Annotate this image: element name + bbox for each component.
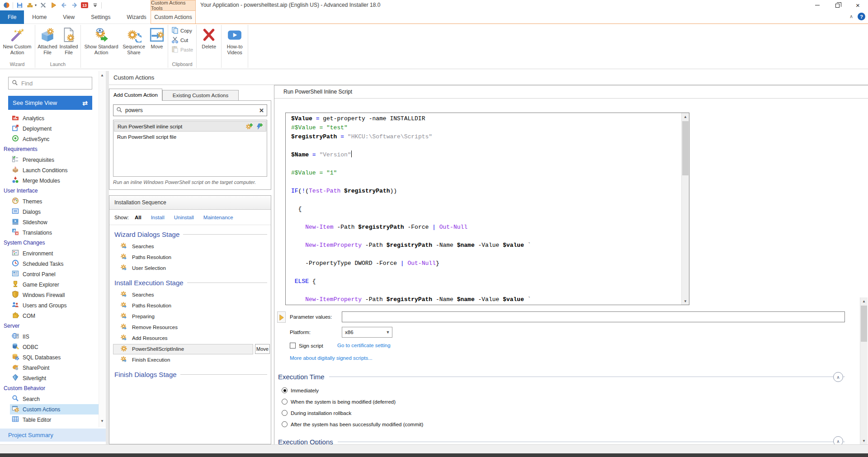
radio-icon[interactable] [282, 387, 288, 393]
radio-during[interactable]: During installation rollback [282, 407, 351, 419]
sidebar-item-game-explorer[interactable]: Game Explorer [10, 279, 99, 290]
radio-when[interactable]: When the system is being modified (defer… [282, 396, 396, 407]
clear-search-icon[interactable]: ✕ [259, 107, 264, 114]
signed-scripts-link[interactable]: More about digitally signed scripts... [290, 355, 373, 361]
sidebar-item-custom-actions[interactable]: Custom Actions [10, 404, 99, 415]
radio-icon[interactable] [282, 399, 288, 405]
sequence-share-button[interactable]: SequenceShare [120, 25, 147, 60]
editor-scrollbar[interactable]: ▲ ▼ [681, 113, 689, 305]
restore-button[interactable] [827, 0, 848, 10]
dropdown-caret-icon[interactable]: ▾ [35, 3, 37, 7]
bolt-add-icon[interactable] [255, 123, 263, 130]
powershell-code-editor[interactable]: $Value = get-property -name INSTALLDIR#$… [285, 113, 689, 305]
tab-home[interactable]: Home [24, 10, 55, 24]
see-simple-view-button[interactable]: See Simple View ⇄ [8, 96, 92, 110]
filter-install[interactable]: Install [151, 215, 165, 220]
certificate-setting-link[interactable]: Go to certificate setting [337, 343, 391, 348]
sequence-item-finish-execution[interactable]: Finish Execution [120, 354, 271, 365]
sidebar-item-translations[interactable]: AЖTranslations [10, 227, 99, 238]
sequence-item-preparing[interactable]: Preparing [120, 311, 271, 322]
minimize-button[interactable] [807, 0, 827, 10]
sidebar-item-launch-conditions[interactable]: ?Launch Conditions [10, 165, 99, 175]
collapse-section-icon[interactable]: ∧ [833, 436, 843, 444]
sidebar-item-environment[interactable]: Environment [10, 248, 99, 259]
forward-icon[interactable] [70, 1, 78, 9]
how-to-videos-button[interactable]: How-toVideos [223, 25, 246, 60]
sidebar-item-dialogs[interactable]: Dialogs [10, 207, 99, 217]
delete-button[interactable]: Delete [198, 25, 220, 60]
build-tools-icon[interactable] [39, 1, 47, 9]
filter-maintenance[interactable]: Maintenance [203, 215, 233, 220]
sidebar-item-iis[interactable]: IIS [10, 331, 99, 342]
run-icon[interactable] [49, 1, 57, 9]
sequence-item-searches[interactable]: Searches [120, 241, 271, 252]
scroll-up-icon[interactable]: ▲ [100, 73, 104, 77]
radio-after[interactable]: After the system has been successfully m… [282, 419, 423, 430]
scroll-down-icon[interactable]: ▼ [682, 297, 689, 305]
sidebar-item-sharepoint[interactable]: SharePoint [10, 363, 99, 373]
panel-splitter[interactable] [106, 71, 109, 444]
cut-button[interactable]: Cut [171, 36, 193, 44]
close-button[interactable]: × [848, 0, 868, 10]
scrollbar-thumb[interactable] [861, 306, 867, 342]
help-icon[interactable]: ? [858, 13, 865, 20]
sequence-item-paths-resolution[interactable]: Paths Resolution [120, 252, 271, 263]
sidebar-item-table-editor[interactable]: Table Editor [10, 415, 99, 425]
sidebar-item-merge-modules[interactable]: Merge Modules [10, 175, 99, 186]
move-button[interactable]: Move [147, 25, 166, 60]
platform-select[interactable]: x86 ▼ [342, 327, 392, 338]
sidebar-item-silverlight[interactable]: Silverlight [10, 373, 99, 383]
sidebar-item-control-panel[interactable]: Control Panel [10, 269, 99, 279]
sequence-item-remove-resources[interactable]: Remove Resources [120, 322, 271, 333]
scroll-up-icon[interactable]: ▲ [860, 297, 868, 305]
attached-file-button[interactable]: AttachedFile [37, 25, 58, 60]
radio-icon[interactable] [282, 410, 288, 416]
parameter-values-input[interactable] [342, 311, 845, 322]
sidebar-scrollbar[interactable]: ▲ ▼ [99, 71, 106, 427]
tab-existing-custom-actions[interactable]: Existing Custom Actions [162, 90, 239, 101]
collapse-section-icon[interactable]: ∧ [833, 372, 843, 382]
show-standard-action-button[interactable]: Show StandardAction [82, 25, 120, 60]
sidebar-item-odbc[interactable]: ODBC [10, 342, 99, 352]
sidebar-item-sql-databases[interactable]: SQL Databases [10, 352, 99, 363]
scrollbar-thumb[interactable] [682, 121, 689, 175]
radio-immediately[interactable]: Immediately [282, 385, 319, 396]
sidebar-item-analytics[interactable]: Analytics [10, 113, 99, 123]
notifications-icon[interactable]: 13 [80, 1, 89, 9]
installed-file-button[interactable]: InstalledFile [58, 25, 79, 60]
sidebar-item-activesync[interactable]: ActiveSync [10, 134, 99, 144]
save-icon[interactable] [15, 1, 24, 9]
back-icon[interactable] [60, 1, 68, 9]
tab-wizards[interactable]: Wizards [119, 10, 155, 24]
sequence-item-add-resources[interactable]: Add Resources [120, 333, 271, 344]
new-custom-action-button[interactable]: ★★★New CustomAction [1, 25, 33, 60]
sidebar-item-themes[interactable]: Themes [10, 196, 99, 207]
ribbon-collapse-icon[interactable]: ∧ [849, 14, 853, 19]
panel-scrollbar[interactable]: ▲ ▼ [860, 297, 868, 444]
tab-custom-actions[interactable]: Custom Actions [151, 10, 196, 24]
custom-action-search-input[interactable]: powers ✕ [113, 104, 267, 116]
scroll-down-icon[interactable]: ▼ [860, 437, 868, 444]
sidebar-item-users-and-groups[interactable]: Users and Groups [10, 300, 99, 311]
sidebar-item-prerequisites[interactable]: Prerequisites [10, 155, 99, 165]
copy-button[interactable]: Copy [171, 27, 193, 35]
radio-icon[interactable] [282, 421, 288, 427]
tab-add-custom-action[interactable]: Add Custom Action [109, 89, 162, 101]
run-parameters-icon[interactable] [277, 311, 286, 323]
sequence-item-powershellscriptinline[interactable]: PowerShellScriptInlineMove [113, 344, 270, 354]
sidebar-item-project-summary[interactable]: Project Summary [0, 429, 106, 442]
sequence-item-searches[interactable]: Searches [120, 289, 271, 300]
filter-all[interactable]: All [135, 215, 142, 220]
sidebar-item-slideshow[interactable]: Slideshow [10, 217, 99, 227]
sidebar-item-scheduled-tasks[interactable]: Scheduled Tasks [10, 259, 99, 269]
move-button[interactable]: Move [255, 344, 270, 354]
tab-view[interactable]: View [55, 10, 83, 24]
app-logo-icon[interactable] [2, 1, 10, 9]
qat-customize-icon[interactable] [91, 1, 99, 9]
sequence-item-user-selection[interactable]: User Selection [120, 263, 271, 273]
result-run-powershell-script-file[interactable]: Run PowerShell script file [114, 132, 266, 142]
scroll-up-icon[interactable]: ▲ [682, 113, 689, 120]
sidebar-item-deployment[interactable]: Deployment [10, 123, 99, 134]
sidebar-item-search[interactable]: Search [10, 394, 99, 404]
sidebar-item-com[interactable]: COM [10, 311, 99, 321]
